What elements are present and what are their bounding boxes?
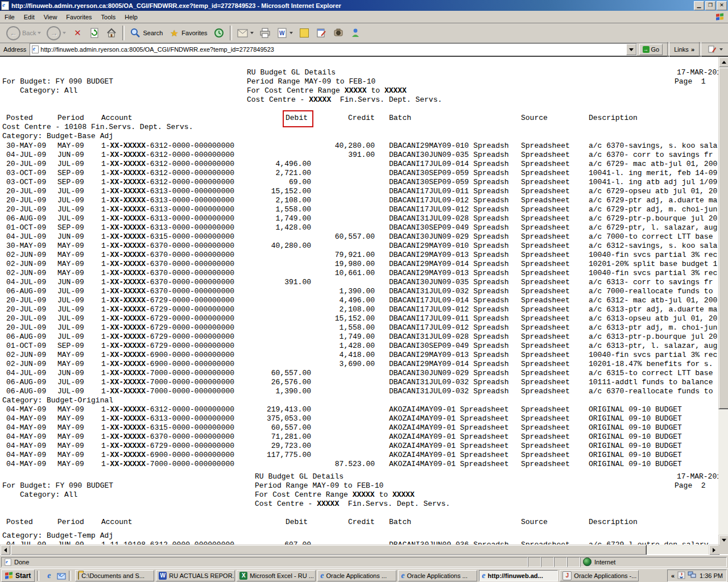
tray-chevron-icon[interactable]: « (671, 572, 675, 579)
category-temp-adj-line: Category: Budget-Temp Adj (2, 531, 113, 541)
cell-batch: AKOZAI4MAY09-01 Spreadsheet (389, 460, 509, 469)
address-input[interactable] (39, 44, 626, 55)
address-separator (699, 42, 701, 57)
col-header-account: Account (101, 518, 133, 527)
scroll-left-button[interactable] (0, 544, 11, 555)
zone-label: Internet (594, 559, 615, 566)
category-base-adj-line: Category: Budget-Base Adj (2, 132, 113, 141)
cell-batch: DBACANI31JUL09-032 Spreadsh (389, 378, 509, 387)
cell-description: a/c 7000-to correct LTT base (589, 232, 713, 242)
menu-tools[interactable]: Tools (97, 12, 121, 22)
cell-batch: DBACANI17JUL09-012 Spreadsh (389, 205, 509, 214)
search-button[interactable]: Search (127, 25, 166, 41)
cell-period: JUL-09 (57, 205, 84, 214)
start-button[interactable]: Start (1, 569, 35, 582)
history-button[interactable] (210, 25, 228, 41)
favorites-button[interactable]: ★ Favorites (166, 25, 210, 41)
links-label[interactable]: Links (674, 46, 689, 53)
cell-credit: 10,661.00 (303, 269, 375, 278)
cell-debit: 117,775.00 (239, 451, 311, 460)
home-icon (106, 27, 117, 39)
horizontal-scroll-thumb[interactable] (10, 544, 647, 555)
edit-page-button[interactable] (704, 43, 726, 56)
task-button-label: Oracle Applications -... (574, 572, 636, 579)
cell-description: 10041-l. ing atb adj jul 1/09 (589, 178, 717, 187)
cell-batch: DBACANI29MAY09-013 Spreadsh (389, 351, 509, 360)
cost-centre-detail-line: Cost Centre - 10108 Fin.Servs. Dept. Ser… (2, 123, 193, 132)
compose-button[interactable] (313, 25, 330, 41)
horizontal-scrollbar[interactable] (0, 544, 718, 554)
tray-network-icon[interactable] (688, 571, 696, 580)
cell-batch: DBACANI30JUN09-035 Spreadsh (389, 151, 509, 160)
menu-view[interactable]: View (39, 12, 62, 22)
research-button[interactable] (330, 25, 347, 41)
minimize-button[interactable]: ▁ (694, 1, 704, 10)
cell-description: ORIGINAL 09-10 BUDGET (589, 451, 682, 460)
menu-edit[interactable]: Edit (19, 12, 39, 22)
cell-period: MAY-09 (57, 360, 84, 369)
cell-description: a/c 6313-ptr-p.bourque jul 20 (589, 332, 717, 342)
history-icon (213, 27, 225, 39)
stop-button[interactable]: ✕ (69, 25, 86, 41)
task-button[interactable]: WRU ACTUALS REPOR... (156, 570, 235, 581)
task-button[interactable]: eOracle Applications ... (317, 570, 396, 581)
title-bar[interactable]: http://finuweb.admin.ryerson.ca:8005/OA_… (0, 0, 728, 11)
vertical-scroll-thumb[interactable] (718, 67, 728, 409)
task-button[interactable]: JOracle Applications -... (560, 570, 639, 581)
mail-button[interactable] (234, 25, 257, 41)
tray-java-icon[interactable] (677, 571, 685, 580)
task-button[interactable]: ehttp://finuweb.ad... (479, 570, 558, 581)
cell-debit: 2,108.00 (239, 196, 311, 205)
cell-debit: 2,721.00 (239, 169, 311, 178)
edit-dropdown-icon (289, 32, 293, 34)
cell-period: JUN-09 (57, 151, 84, 160)
task-button[interactable]: XMicrosoft Excel - RU ... (237, 570, 316, 581)
back-button[interactable]: ← Back (3, 25, 44, 41)
cell-posted: 04-JUL-09 (6, 369, 46, 378)
address-dropdown-button[interactable] (626, 44, 636, 55)
home-button[interactable] (103, 25, 120, 41)
menu-file[interactable]: File (0, 12, 19, 22)
cell-description: a/c 6370-reallocate funds to (589, 387, 713, 396)
links-chevron-icon[interactable]: » (691, 46, 694, 53)
internet-explorer-icon: e (482, 571, 485, 580)
cell-posted: 02-JUN-09 (6, 251, 46, 260)
cell-posted: 20-JUL-09 (6, 314, 46, 323)
notes-button[interactable] (296, 25, 313, 41)
restore-button[interactable]: ❐ (705, 1, 715, 10)
address-field[interactable] (30, 43, 636, 56)
quicklaunch-internet-explorer-icon[interactable]: e (44, 571, 54, 581)
cell-description: ORIGINAL 09-10 BUDGET (589, 460, 682, 469)
refresh-button[interactable] (86, 25, 103, 41)
cell-source: Spreadsheet (521, 378, 570, 387)
messenger-button[interactable] (347, 25, 364, 41)
cell-source: Spreadsheet (521, 460, 570, 469)
print-button[interactable] (257, 25, 274, 41)
go-button[interactable]: → Go (639, 44, 663, 55)
cell-account: 1-XX-XXXXX-6313-0000-000000000 (101, 223, 234, 232)
search-icon (130, 27, 141, 39)
cell-account: 1-XX-XXXXX-6729-0000-000000000 (101, 342, 234, 351)
task-button[interactable]: C:\Documents and S... (75, 570, 154, 581)
close-button[interactable]: ✕ (717, 1, 727, 10)
menu-help[interactable]: Help (120, 12, 142, 22)
cell-period: MAY-09 (57, 260, 84, 269)
cell-credit: 79,921.00 (303, 251, 375, 260)
internet-zone-globe-icon (583, 558, 592, 566)
cell-batch: DBACANI17JUL09-014 Spreadsh (389, 296, 509, 305)
forward-button[interactable]: → (44, 25, 69, 41)
edit-button[interactable]: W (274, 25, 296, 41)
scroll-up-button[interactable] (718, 57, 728, 68)
cell-account: 1-11-10108-6312-0000-000000000 (101, 541, 234, 544)
cell-batch: AKOZAI4MAY09-01 Spreadsheet (389, 423, 509, 433)
cell-account: 1-XX-XXXXX-6313-0000-000000000 (101, 414, 234, 423)
cell-source: Spreadsheet (521, 242, 570, 251)
vertical-scrollbar[interactable] (718, 57, 728, 544)
cell-source: Spreadsheet (521, 541, 570, 544)
menu-favorites[interactable]: Favorites (61, 12, 96, 22)
task-button[interactable]: eOracle Applications ... (398, 570, 477, 581)
quicklaunch-outlook-express-icon[interactable]: e (56, 571, 67, 581)
mail-icon (237, 27, 249, 39)
col-header-posted: Posted (6, 518, 33, 527)
cell-source: Spreadsheet (521, 332, 570, 342)
